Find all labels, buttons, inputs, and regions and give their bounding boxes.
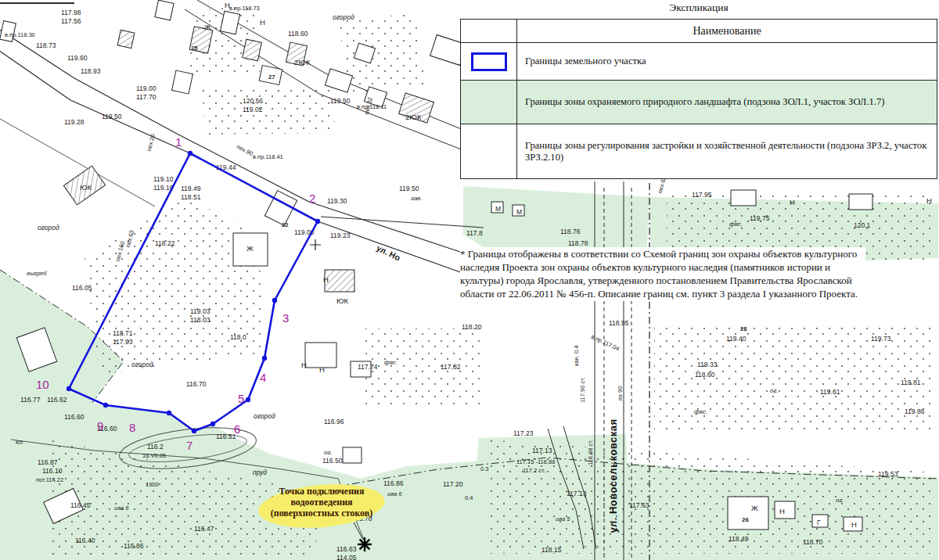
- legend-row-text: Границы зоны охраняемого природного ланд…: [517, 81, 937, 124]
- map-label: 118.71: [113, 329, 133, 337]
- map-label: 116.2: [147, 443, 164, 451]
- map-label: пруд: [253, 468, 267, 476]
- map-label: 116.50: [322, 457, 343, 465]
- map-label: 27: [268, 74, 275, 81]
- zrz-zone-symbol: [461, 124, 517, 179]
- map-label: 118.93: [81, 67, 101, 75]
- map-label: 119.00: [136, 84, 156, 92]
- map-label: Н: [323, 275, 329, 284]
- parcel-vertex-dot: [103, 403, 108, 407]
- legend-row-text: Границы зоны регулирования застройки и х…: [517, 124, 937, 179]
- vertex-number: 10: [36, 378, 49, 391]
- map-label: 117.13: [532, 447, 552, 454]
- map-label: огород: [38, 224, 59, 232]
- map-label: 119.86: [905, 407, 925, 415]
- map-label: огород: [254, 412, 275, 420]
- map-label: 119.75: [750, 214, 770, 222]
- landscape-zone-symbol: [461, 81, 517, 124]
- map-label: Н: [790, 198, 795, 206]
- vertex-number: 2: [309, 192, 315, 205]
- map-label: Н: [319, 365, 325, 374]
- map-label: 117.56: [61, 17, 81, 25]
- map-label: 118.20: [462, 323, 482, 331]
- map-label: 118.73: [36, 41, 56, 49]
- map-label: 117.82: [441, 363, 461, 371]
- map-label: 117.74: [358, 363, 378, 371]
- map-label: пех.20: [146, 133, 156, 152]
- map-label: 117.95: [692, 191, 712, 199]
- map-label: 118.51: [181, 193, 201, 201]
- map-label: Ж: [204, 23, 211, 31]
- parcel-vertex-dot: [246, 397, 250, 402]
- map-label: 118.15: [541, 546, 562, 554]
- legend-header: Наименование: [517, 20, 937, 43]
- legend-panel: Экспликация Наименование Границы земельн…: [460, 0, 937, 179]
- map-label: 119.49: [181, 185, 201, 192]
- map-label: 116.87: [38, 458, 58, 466]
- parcel-vertex-dot: [167, 411, 171, 415]
- connection-annotation: Точка подключения водоотведения (поверхн…: [250, 486, 393, 519]
- parcel-vertex-dot: [192, 429, 196, 433]
- map-label: Н: [851, 520, 857, 529]
- map-label: 117.23: [513, 429, 534, 437]
- parcel-vertex-dot: [262, 356, 267, 361]
- map-label: ива 5: [556, 515, 570, 522]
- map-label: огород: [131, 361, 153, 368]
- map-label: 116.05: [72, 284, 92, 292]
- map-label: М: [516, 208, 522, 216]
- map-label: Н: [779, 507, 785, 515]
- vertex-number: 1: [175, 135, 182, 149]
- map-label: 119.50: [399, 185, 419, 192]
- map-label: выгреб: [27, 270, 47, 277]
- map-label: 119.33: [697, 361, 718, 368]
- map-label: 118.03: [190, 316, 210, 324]
- connection-point-marker: [358, 537, 372, 551]
- map-label: 117.2 ст.: [523, 467, 545, 474]
- map-label: 116.70: [186, 380, 207, 388]
- map-label: Ж: [246, 244, 254, 253]
- map-label: 119.40: [726, 335, 747, 343]
- map-label: 119.61: [820, 388, 840, 396]
- map-label: пэ 90: [617, 386, 624, 400]
- legend-header-row: Наименование: [461, 20, 937, 43]
- map-label: в.пр.118.73: [229, 5, 260, 12]
- map-label: 116.47: [194, 525, 214, 533]
- map-label: 116.88 ст.: [587, 440, 594, 465]
- map-label: 117.93: [113, 338, 133, 346]
- map-label: 119.73: [871, 335, 891, 343]
- map-label: 116.96: [324, 418, 344, 425]
- map-label: 116.45: [70, 501, 91, 509]
- map-label: ЮК: [336, 296, 349, 305]
- map-label: 118.95: [609, 319, 629, 327]
- map-label: 117.20: [443, 480, 463, 488]
- map-label: Н: [301, 361, 307, 369]
- boundaries-note: * Границы отображены в соответствии со С…: [460, 247, 865, 301]
- map-label: 117.90 ст.: [579, 377, 586, 403]
- map-label: 118.76: [560, 228, 581, 235]
- map-label: 0.4: [465, 494, 473, 501]
- map-label: 118.0: [230, 333, 246, 341]
- vertex-number: 3: [282, 311, 289, 325]
- map-label: Кп: [16, 439, 23, 446]
- map-label: в.пр.118.30: [5, 31, 35, 38]
- street-name-label: ул. Новосельковская: [607, 410, 621, 543]
- parcel-vertex-dot: [210, 422, 215, 426]
- annotation-line: (поверхностных стоков): [250, 508, 393, 519]
- annotation-line: Точка подключения: [250, 486, 393, 497]
- map-label: 119.60: [67, 54, 88, 62]
- map-label: 22: [282, 221, 288, 228]
- vertex-number: 4: [260, 371, 266, 384]
- map-label: ог.: [770, 387, 779, 394]
- vertex-number: 7: [186, 439, 192, 452]
- legend-row-parcel: Границы земельного участка: [461, 43, 937, 81]
- legend-title: Экспликация: [460, 0, 937, 19]
- map-label: 119.44: [216, 163, 236, 171]
- map-label: 116.62: [47, 396, 67, 404]
- map-label: ЮК: [80, 183, 92, 192]
- map-label: 116.86: [124, 542, 144, 550]
- map-label: 25: [191, 45, 197, 52]
- map-label: 116.10: [42, 467, 63, 475]
- map-label: Н: [926, 196, 932, 205]
- map-label: 120.56: [243, 97, 263, 105]
- vertex-number: 6: [234, 422, 240, 436]
